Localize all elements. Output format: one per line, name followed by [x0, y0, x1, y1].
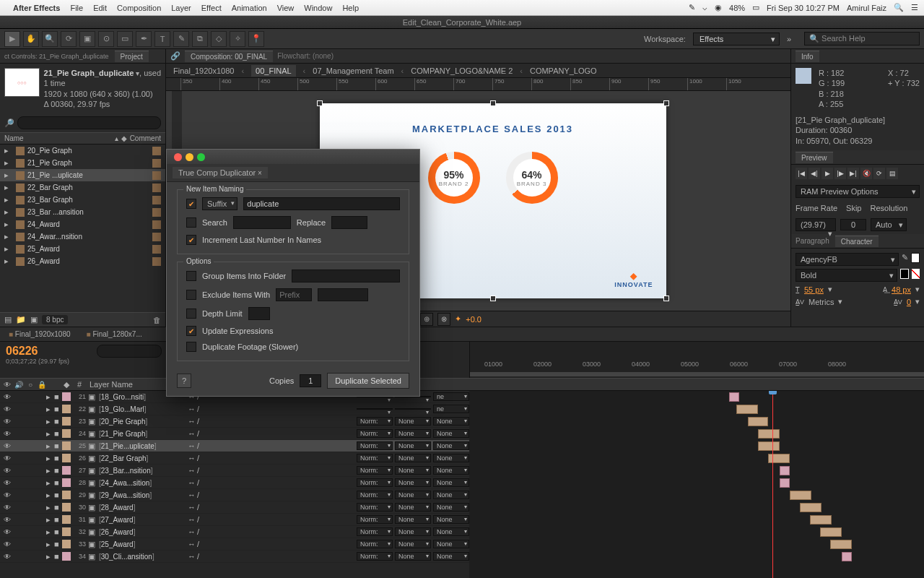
project-item[interactable]: ▸24_Awar...nsition — [0, 230, 165, 243]
exposure-value[interactable]: +0.0 — [466, 315, 481, 324]
tracking-value[interactable]: 0 — [907, 298, 911, 306]
timeline-tab-1[interactable]: Final_1280x7... — [82, 329, 147, 340]
next-frame-icon[interactable]: |▶ — [834, 168, 846, 179]
ram-preview-dropdown[interactable]: RAM Preview Options — [796, 185, 920, 198]
help-button[interactable]: ? — [177, 374, 191, 388]
col-layer-name[interactable]: Layer Name — [90, 380, 176, 389]
font-dropdown[interactable]: AgencyFB — [796, 253, 899, 266]
timeline-search-input[interactable] — [97, 345, 162, 358]
layer-bar[interactable] — [800, 503, 821, 512]
preview-res-dropdown[interactable]: Auto — [871, 218, 907, 231]
menu-file[interactable]: File — [70, 4, 83, 12]
timeline-layer-row[interactable]: 👁▸■26▣22_Bar Graph↔/Norm:NoneNone — [0, 452, 469, 465]
layer-bar[interactable] — [736, 405, 758, 414]
replace-field[interactable] — [331, 216, 367, 229]
text-tool[interactable]: T — [154, 31, 170, 47]
layer-bar[interactable] — [758, 441, 780, 451]
datetime[interactable]: Fri Sep 30 10:27 PM — [767, 4, 840, 12]
layer-bar[interactable] — [820, 527, 842, 537]
timeline-layer-row[interactable]: 👁▸■23▣20_Pie Graph↔/Norm:NoneNone — [0, 415, 469, 428]
camera-tool[interactable]: ▣ — [79, 31, 95, 47]
preview-tab[interactable]: Preview — [796, 152, 833, 163]
play-icon[interactable]: ▶ — [821, 168, 833, 179]
timeline-layer-row[interactable]: 👁▸■27▣23_Bar...nsition↔/Norm:NoneNone — [0, 465, 469, 477]
timeline-layer-row[interactable]: 👁▸■31▣27_Award↔/Norm:NoneNone — [0, 514, 469, 526]
minimize-icon[interactable] — [186, 153, 193, 161]
label-icon[interactable]: ◆ — [121, 134, 127, 142]
layer-bar[interactable] — [810, 515, 832, 525]
dupfootage-checkbox[interactable] — [186, 342, 196, 352]
roto-tool[interactable]: ✧ — [230, 31, 245, 47]
weight-dropdown[interactable]: Bold — [796, 269, 897, 282]
battery-status[interactable]: 48% — [729, 4, 745, 12]
zoom-tool[interactable]: 🔍 — [42, 31, 58, 47]
project-item[interactable]: ▸23_Bar ...ansition — [0, 206, 165, 218]
sort-icon[interactable]: ▴ — [115, 134, 118, 142]
timeline-layer-row[interactable]: 👁▸■24▣21_Pie Graph↔/Norm:NoneNone — [0, 428, 469, 440]
hand-tool[interactable]: ✋ — [23, 31, 39, 47]
playhead[interactable] — [772, 391, 773, 578]
project-item[interactable]: ▸21_Pie Graph — [0, 157, 165, 169]
search-help-input[interactable]: 🔍 Search Help — [804, 32, 920, 46]
update-checkbox[interactable]: ✔ — [186, 326, 196, 336]
timeline-layer-row[interactable]: 👁▸■22▣19_Glo...Marl↔/ne — [0, 403, 469, 415]
workspace-dropdown[interactable]: Effects — [693, 33, 780, 46]
project-tab[interactable]: Project — [115, 51, 149, 62]
flowchart-tab[interactable]: Flowchart: (none) — [277, 52, 334, 60]
v4-icon[interactable]: ⊕ — [420, 313, 433, 326]
clone-tool[interactable]: ⧉ — [192, 31, 208, 47]
mute-icon[interactable]: 🔇 — [860, 168, 872, 179]
eyedropper-icon[interactable]: ✎ — [902, 253, 908, 266]
brush-tool[interactable]: ✎ — [173, 31, 189, 47]
menu-composition[interactable]: Composition — [117, 4, 161, 12]
tracking-dd-icon[interactable]: ▾ — [915, 297, 920, 306]
zoom-icon[interactable] — [197, 153, 205, 161]
info-tab[interactable]: Info — [796, 51, 819, 62]
layer-bar[interactable] — [748, 417, 768, 426]
suffix-checkbox[interactable]: ✔ — [186, 199, 196, 209]
fill-swatch[interactable] — [911, 253, 920, 263]
col-visibility-icon[interactable]: 👁 — [3, 380, 12, 389]
menu-edit[interactable]: Edit — [93, 4, 107, 12]
bluetooth-icon[interactable]: ⌵ — [702, 3, 707, 12]
timeline-layer-row[interactable]: 👁▸■25▣21_Pie...uplicate↔/Norm:NoneNone — [0, 440, 469, 452]
menu-help[interactable]: Help — [342, 4, 359, 12]
exposure-icon[interactable]: ✦ — [455, 314, 461, 324]
spotlight-icon[interactable]: 🔍 — [894, 3, 904, 12]
copies-input[interactable] — [300, 374, 321, 387]
suffix-input[interactable] — [243, 197, 400, 210]
menu-animation[interactable]: Animation — [232, 4, 267, 12]
project-item[interactable]: ▸26_Award — [0, 255, 165, 267]
project-item[interactable]: ▸21_Pie ...uplicate — [0, 169, 165, 181]
kerning-dd-icon[interactable]: ▾ — [838, 297, 842, 306]
exclude-prefix-input[interactable] — [276, 288, 312, 301]
timeline-layer-row[interactable]: 👁▸■28▣24_Awa...sition↔/Norm:NoneNone — [0, 477, 469, 489]
interpret-icon[interactable]: ▤ — [4, 315, 12, 324]
current-timecode[interactable]: 06226 — [6, 345, 88, 358]
project-item[interactable]: ▸24_Award — [0, 218, 165, 230]
framerate-dropdown[interactable]: (29.97) — [796, 218, 836, 231]
increment-checkbox[interactable]: ✔ — [186, 235, 196, 245]
bc-2[interactable]: 07_Management Team — [313, 66, 393, 75]
group-input[interactable] — [292, 269, 400, 282]
menu-window[interactable]: Window — [304, 4, 332, 12]
effect-controls-tab[interactable]: ct Controls: 21_Pie Graph_duplicate — [4, 53, 109, 60]
eraser-tool[interactable]: ◇ — [211, 31, 227, 47]
wifi-icon[interactable]: ◉ — [715, 3, 722, 12]
timeline-ruler[interactable]: 0100002000030000400005000060000700008000 — [469, 342, 924, 378]
leading-value[interactable]: 48 px — [892, 285, 911, 294]
layer-bar[interactable] — [780, 466, 790, 475]
puppet-tool[interactable]: 📍 — [248, 31, 264, 47]
timeline-layer-row[interactable]: 👁▸■29▣29_Awa...sition↔/Norm:NoneNone — [0, 489, 469, 501]
menu-layer[interactable]: Layer — [171, 4, 191, 12]
group-checkbox[interactable] — [186, 271, 196, 281]
trash-icon[interactable]: 🗑 — [153, 316, 161, 324]
col-lock-icon[interactable]: 🔒 — [38, 380, 46, 389]
paragraph-tab[interactable]: Paragraph — [796, 237, 829, 245]
col-comment[interactable]: Comment — [130, 134, 161, 142]
bc-3[interactable]: COMPANY_LOGO&NAME 2 — [411, 66, 513, 75]
prev-frame-icon[interactable]: ◀| — [808, 168, 820, 179]
leading-dd-icon[interactable]: ▾ — [915, 285, 920, 294]
shape-tool[interactable]: ▭ — [117, 31, 133, 47]
evernote-icon[interactable]: ✎ — [689, 3, 695, 12]
